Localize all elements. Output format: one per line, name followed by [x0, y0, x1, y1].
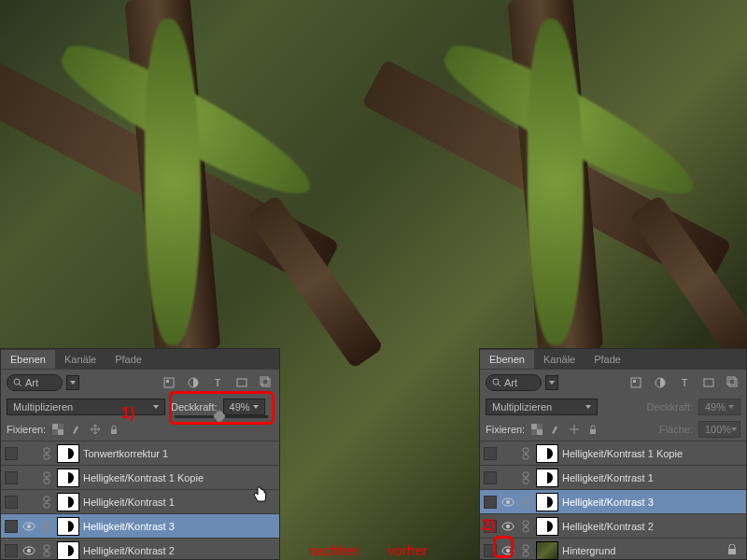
link-icon[interactable] [40, 447, 53, 460]
filter-type-icon[interactable]: T [677, 375, 692, 390]
layer-checkbox[interactable] [5, 520, 18, 533]
svg-rect-7 [261, 377, 268, 385]
blend-mode-dropdown[interactable]: Multiplizieren [7, 399, 165, 415]
layer-checkbox[interactable] [5, 496, 18, 509]
filter-pixel-icon[interactable] [162, 375, 176, 390]
filter-dropdown-caret[interactable] [66, 375, 79, 390]
filter-dropdown-caret[interactable] [545, 375, 558, 390]
fill-input[interactable]: 100% [698, 421, 740, 438]
filter-shape-icon[interactable] [701, 375, 716, 390]
link-icon[interactable] [519, 544, 532, 557]
layer-name[interactable]: Helligkeit/Kontrast 3 [562, 497, 742, 508]
layer-thumbnail[interactable] [57, 469, 79, 487]
lock-pixels-icon[interactable] [70, 423, 83, 436]
lock-transparency-icon[interactable] [51, 423, 64, 436]
visibility-toggle[interactable] [500, 519, 515, 534]
layer-name[interactable]: Helligkeit/Kontrast 1 [83, 497, 275, 508]
link-icon[interactable] [519, 520, 532, 533]
layer-thumbnail[interactable] [57, 517, 79, 536]
layer-name[interactable]: Helligkeit/Kontrast 3 [83, 521, 275, 532]
layer-row[interactable]: Helligkeit/Kontrast 1 [480, 465, 746, 489]
lock-pixels-icon[interactable] [549, 423, 562, 436]
layer-thumbnail[interactable] [536, 493, 558, 511]
fill-label: Fläche: [659, 424, 693, 435]
layer-row[interactable]: Helligkeit/Kontrast 2 [1, 538, 279, 560]
filter-adjustment-icon[interactable] [186, 375, 201, 390]
tab-channels[interactable]: Kanäle [55, 350, 106, 369]
layer-checkbox[interactable] [5, 471, 18, 484]
layer-name[interactable]: Helligkeit/Kontrast 2 [562, 521, 742, 532]
layer-filter-dropdown[interactable]: Art [486, 374, 542, 391]
visibility-toggle[interactable] [21, 543, 36, 558]
lock-all-icon[interactable] [586, 423, 599, 436]
link-icon[interactable] [40, 544, 53, 557]
layer-name[interactable]: Tonwertkorrektur 1 [83, 448, 275, 459]
svg-rect-42 [590, 429, 596, 434]
layer-checkbox[interactable] [484, 496, 497, 509]
layer-checkbox[interactable] [484, 471, 497, 484]
opacity-input[interactable]: 49% [223, 399, 265, 415]
tab-layers[interactable]: Ebenen [480, 350, 534, 369]
layer-name[interactable]: Helligkeit/Kontrast 2 [83, 545, 275, 556]
lock-transparency-icon[interactable] [530, 423, 543, 436]
adjustment-icon [542, 472, 553, 483]
layer-filter-dropdown[interactable]: Art [7, 374, 63, 391]
layer-thumbnail[interactable] [57, 541, 79, 560]
layer-row[interactable]: Helligkeit/Kontrast 3 [480, 489, 746, 513]
link-icon[interactable] [40, 520, 53, 533]
filter-adjustment-icon[interactable] [653, 375, 668, 390]
layer-checkbox[interactable] [5, 447, 18, 460]
link-icon[interactable] [40, 496, 53, 509]
opacity-input[interactable]: 49% [698, 399, 740, 415]
visibility-toggle[interactable] [500, 470, 515, 485]
layer-row[interactable]: Helligkeit/Kontrast 2 [480, 513, 746, 538]
layer-row[interactable]: Helligkeit/Kontrast 1 Kopie [480, 441, 746, 465]
layer-row[interactable]: Tonwertkorrektur 1 [1, 441, 279, 465]
lock-position-icon[interactable] [89, 423, 102, 436]
layer-thumbnail[interactable] [536, 517, 558, 536]
lock-position-icon[interactable] [568, 423, 581, 436]
tab-channels[interactable]: Kanäle [534, 350, 585, 369]
visibility-toggle[interactable] [21, 446, 36, 461]
visibility-toggle[interactable] [21, 470, 36, 485]
tab-paths[interactable]: Pfade [106, 350, 151, 369]
filter-smartobject-icon[interactable] [259, 375, 274, 390]
filter-smartobject-icon[interactable] [726, 375, 740, 390]
layer-row[interactable]: Helligkeit/Kontrast 1 Kopie [1, 465, 279, 489]
layer-checkbox[interactable] [484, 447, 497, 460]
filter-type-icon[interactable]: T [210, 375, 225, 390]
caption-before: vorher [388, 542, 428, 558]
link-icon[interactable] [40, 471, 53, 484]
visibility-toggle[interactable] [21, 495, 36, 510]
layer-row[interactable]: Helligkeit/Kontrast 1 [1, 489, 279, 513]
layer-thumbnail[interactable] [57, 493, 79, 511]
link-icon[interactable] [519, 447, 532, 460]
link-icon[interactable] [519, 471, 532, 484]
layer-checkbox[interactable] [484, 544, 497, 557]
layer-thumbnail[interactable] [57, 444, 79, 463]
tab-paths[interactable]: Pfade [585, 350, 630, 369]
visibility-toggle[interactable] [500, 543, 515, 558]
blend-mode-dropdown[interactable]: Multiplizieren [486, 399, 598, 415]
adjustment-icon [63, 545, 74, 556]
filter-shape-icon[interactable] [234, 375, 249, 390]
layer-thumbnail[interactable] [536, 541, 558, 560]
filter-pixel-icon[interactable] [628, 375, 643, 390]
layer-row[interactable]: Hintergrund [480, 538, 746, 560]
layer-row[interactable]: Helligkeit/Kontrast 3 [1, 513, 279, 538]
layer-thumbnail[interactable] [536, 469, 558, 487]
tab-layers[interactable]: Ebenen [1, 350, 55, 369]
layer-name[interactable]: Helligkeit/Kontrast 1 Kopie [83, 472, 275, 483]
layer-thumbnail[interactable] [536, 444, 558, 463]
layer-name[interactable]: Helligkeit/Kontrast 1 Kopie [562, 448, 742, 459]
link-icon[interactable] [519, 496, 532, 509]
blend-mode-value: Multiplizieren [13, 401, 73, 413]
visibility-toggle[interactable] [500, 446, 515, 461]
layer-name[interactable]: Helligkeit/Kontrast 1 [562, 472, 742, 483]
svg-rect-34 [633, 380, 636, 383]
layer-name[interactable]: Hintergrund [562, 545, 724, 556]
lock-all-icon[interactable] [107, 423, 120, 436]
layer-checkbox[interactable] [5, 544, 18, 557]
visibility-toggle[interactable] [500, 495, 515, 510]
visibility-toggle[interactable] [21, 519, 36, 534]
